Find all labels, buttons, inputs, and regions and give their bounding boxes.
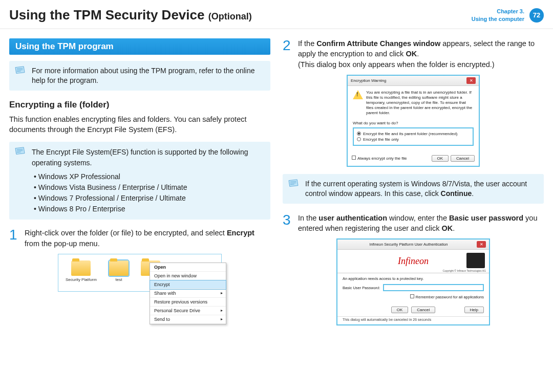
step-number: 3 bbox=[283, 213, 293, 234]
body-paragraph: This function enables encrypting files a… bbox=[9, 114, 270, 135]
folder-item[interactable]: Security Platform bbox=[66, 260, 97, 282]
ctx-share[interactable]: Share with bbox=[150, 289, 226, 298]
radio-icon bbox=[357, 137, 361, 141]
page-header: Using the TPM Security Device (Optional)… bbox=[0, 0, 553, 29]
note-icon bbox=[14, 66, 26, 75]
page-title: Using the TPM Security Device (Optional) bbox=[9, 7, 252, 23]
auth-message: An application needs access to a protect… bbox=[343, 276, 484, 281]
folder-icon bbox=[71, 260, 91, 276]
folder-item-selected[interactable]: test bbox=[109, 260, 129, 282]
chapter-indicator: Chapter 3. Using the computer 72 bbox=[472, 8, 544, 23]
remember-checkbox[interactable]: Remember password for all applications bbox=[343, 294, 484, 299]
password-input[interactable] bbox=[383, 284, 484, 291]
os-item: Windows Vista Business / Enterprise / Ul… bbox=[34, 182, 264, 193]
context-menu-screenshot: Security Platform test Open Open in new … bbox=[58, 254, 222, 292]
os-item: Windows 8 Pro / Enterprise bbox=[34, 204, 264, 214]
note-text: For more information about using the TPM… bbox=[32, 67, 255, 84]
help-button[interactable]: Help bbox=[464, 307, 484, 313]
step-2: 2 If the Confirm Attribute Changes windo… bbox=[283, 38, 544, 70]
step1-bold: Encrypt bbox=[227, 229, 254, 237]
context-menu: Open Open in new window Encrypt Share wi… bbox=[150, 263, 226, 324]
os-item: Windows XP Professional bbox=[34, 171, 264, 182]
folder-icon bbox=[109, 260, 129, 276]
folder-label: test bbox=[115, 277, 122, 282]
note-icon bbox=[288, 179, 299, 188]
warning-text: You are encrypting a file that is in an … bbox=[366, 90, 474, 116]
cancel-button[interactable]: Cancel bbox=[451, 155, 475, 162]
ctx-open-new[interactable]: Open in new window bbox=[150, 272, 226, 280]
info-note: For more information about using the TPM… bbox=[9, 61, 270, 91]
radio-option-1[interactable]: Encrypt the file and its parent folder (… bbox=[357, 132, 470, 136]
os-item: Windows 7 Professional / Enterprise / Ul… bbox=[34, 193, 264, 204]
page-number-badge: 72 bbox=[529, 8, 544, 23]
close-icon[interactable]: ✕ bbox=[466, 77, 476, 84]
dialog-prompt: What do you want to do? bbox=[353, 121, 474, 125]
os-list: Windows XP Professional Windows Vista Bu… bbox=[32, 171, 264, 214]
ctx-open[interactable]: Open bbox=[150, 263, 226, 272]
title-main: Using the TPM Security Device bbox=[9, 7, 204, 23]
encryption-warning-dialog: Encryption Warning ✕ You are encrypting … bbox=[347, 75, 480, 167]
step-1: 1 Right-click over the folder (or file) … bbox=[9, 228, 270, 249]
checkbox-icon bbox=[410, 294, 414, 298]
step-number: 2 bbox=[283, 38, 293, 70]
auto-cancel-note: This dialog will automatically be cancel… bbox=[337, 316, 489, 324]
dialog-title: Encryption Warning bbox=[351, 78, 387, 83]
checkbox-icon bbox=[352, 156, 356, 160]
uac-note: If the current operating system is Windo… bbox=[283, 174, 544, 204]
warning-icon bbox=[353, 90, 363, 99]
subheading-encrypting: Encrypting a file (folder) bbox=[9, 100, 270, 110]
step1-post: from the pop-up menu. bbox=[25, 239, 100, 248]
ctx-encrypt[interactable]: Encrypt bbox=[150, 280, 226, 289]
section-banner: Using the TPM program bbox=[9, 38, 270, 55]
radio-group: Encrypt the file and its parent folder (… bbox=[353, 127, 474, 146]
step1-pre: Right-click over the folder (or file) to… bbox=[25, 229, 227, 237]
infineon-logo: Infineon bbox=[398, 256, 429, 267]
step-3: 3 In the user authentication window, ent… bbox=[283, 213, 544, 234]
chip-icon bbox=[466, 253, 485, 268]
chapter-line1: Chapter 3. bbox=[472, 8, 524, 15]
ctx-psd[interactable]: Personal Secure Drive bbox=[150, 307, 226, 315]
radio-icon bbox=[357, 132, 361, 136]
os-note-intro: The Encrypt File System(EFS) function is… bbox=[32, 148, 248, 167]
password-label: Basic User Password: bbox=[343, 286, 380, 290]
cancel-button[interactable]: Cancel bbox=[411, 307, 435, 313]
ok-button[interactable]: OK bbox=[391, 307, 409, 313]
step-number: 1 bbox=[9, 228, 19, 249]
copyright-text: Copyright © Infineon Technologies AG bbox=[443, 269, 486, 272]
ctx-restore[interactable]: Restore previous versions bbox=[150, 298, 226, 307]
radio-option-2[interactable]: Encrypt the file only bbox=[357, 137, 470, 142]
title-optional: (Optional) bbox=[208, 11, 252, 21]
note-icon bbox=[14, 147, 26, 156]
ok-button[interactable]: OK bbox=[432, 155, 449, 162]
left-column: Using the TPM program For more informati… bbox=[9, 38, 270, 325]
right-column: 2 If the Confirm Attribute Changes windo… bbox=[283, 38, 544, 325]
close-icon[interactable]: ✕ bbox=[477, 241, 486, 248]
infineon-auth-dialog: Infineon Security Platform User Authenti… bbox=[336, 238, 490, 325]
os-support-note: The Encrypt File System(EFS) function is… bbox=[9, 142, 270, 220]
always-checkbox[interactable]: Always encrypt only the file bbox=[352, 156, 407, 161]
chapter-line2: Using the computer bbox=[472, 15, 524, 23]
ctx-sendto[interactable]: Send to bbox=[150, 315, 226, 324]
folder-label: Security Platform bbox=[66, 277, 97, 282]
dialog-title: Infineon Security Platform User Authenti… bbox=[370, 242, 448, 247]
